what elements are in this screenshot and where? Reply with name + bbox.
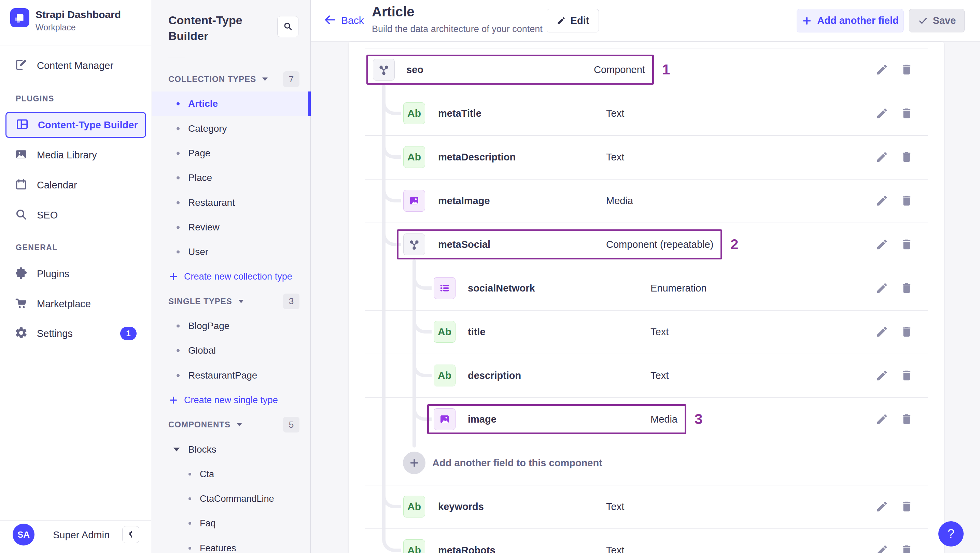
edit-label: Edit — [571, 15, 589, 26]
edit-field-button[interactable] — [875, 499, 889, 514]
user-name: Super Admin — [53, 529, 110, 541]
subnav-item-restaurantpage[interactable]: RestaurantPage — [152, 363, 310, 388]
edit-field-button[interactable] — [875, 106, 889, 121]
field-name: title — [468, 326, 485, 338]
delete-field-button[interactable] — [899, 149, 914, 165]
content-type-builder-sidebar: Content-Type Builder COLLECTION TYPES7Ar… — [152, 0, 311, 553]
edit-field-button[interactable] — [875, 149, 889, 165]
field-name: keywords — [438, 501, 484, 512]
sidebar-item-plugins[interactable]: Plugins — [5, 261, 146, 287]
field-name: metaDescription — [438, 152, 515, 163]
active-indicator — [308, 92, 311, 116]
sidebar-item-media-library[interactable]: Media Library — [5, 142, 146, 168]
bullet-icon — [177, 176, 180, 180]
delete-field-button[interactable] — [899, 368, 914, 383]
enumeration-field-icon — [434, 277, 455, 299]
section-header-label: COMPONENTS — [168, 420, 231, 429]
delete-field-button[interactable] — [899, 62, 914, 77]
subnav-item-features[interactable]: Features — [152, 536, 310, 553]
delete-field-button[interactable] — [899, 281, 914, 296]
edit-field-button[interactable] — [875, 237, 889, 252]
section-header-collection-types[interactable]: COLLECTION TYPES7 — [152, 67, 310, 92]
sidebar-item-content-manager[interactable]: Content Manager — [5, 52, 146, 78]
create-new-collection-type[interactable]: Create new collection type — [152, 264, 310, 289]
add-another-field-button[interactable]: Add another field — [797, 9, 904, 32]
count-badge: 7 — [283, 72, 299, 87]
subnav-item-label: Faq — [200, 518, 216, 529]
subnav-item-restaurant[interactable]: Restaurant — [152, 191, 310, 215]
add-field-to-component-button[interactable] — [403, 451, 425, 474]
field-row-metaimage: metaImageMedia — [348, 179, 944, 222]
add-field-to-component-label: Add another field to this component — [432, 458, 602, 469]
subnav-item-article[interactable]: Article — [152, 92, 310, 116]
edit-field-button[interactable] — [875, 543, 889, 553]
sidebar-item-marketplace[interactable]: Marketplace — [5, 291, 146, 317]
create-label: Create new single type — [184, 395, 278, 405]
field-type: Text — [606, 545, 624, 553]
subnav-item-user[interactable]: User — [152, 240, 310, 264]
general-section-header: GENERAL — [16, 243, 58, 252]
edit-field-button[interactable] — [875, 281, 889, 296]
section-header-components[interactable]: COMPONENTS5 — [152, 412, 310, 437]
page-header: Back Article Build the data architecture… — [311, 0, 980, 41]
subnav-item-global[interactable]: Global — [152, 338, 310, 363]
text-field-icon: Ab — [403, 146, 425, 168]
sidebar-item-calendar[interactable]: Calendar — [5, 172, 146, 198]
subnav-item-review[interactable]: Review — [152, 215, 310, 240]
workspace-name: Workplace — [35, 22, 76, 32]
save-button[interactable]: Save — [909, 9, 965, 32]
subnav-item-label: Restaurant — [188, 197, 235, 208]
plus-icon — [802, 15, 812, 26]
annotation-box-3 — [427, 404, 686, 434]
subnav-item-page[interactable]: Page — [152, 141, 310, 165]
collapse-sidebar-button[interactable] — [122, 526, 139, 543]
media-field-icon — [403, 190, 425, 211]
subnav-item-label: RestaurantPage — [188, 370, 257, 381]
edit-field-button[interactable] — [875, 62, 889, 77]
field-name: socialNetwork — [468, 283, 535, 294]
field-row-description: AbdescriptionText — [348, 354, 944, 397]
delete-field-button[interactable] — [899, 106, 914, 121]
delete-field-button[interactable] — [899, 543, 914, 553]
field-type: Text — [651, 370, 668, 381]
field-name: metaTitle — [438, 108, 482, 119]
subnav-item-label: Article — [188, 98, 218, 109]
component-category-blocks[interactable]: Blocks — [152, 437, 310, 462]
component-category-label: Blocks — [188, 444, 216, 455]
subnav-item-category[interactable]: Category — [152, 116, 310, 141]
delete-field-button[interactable] — [899, 193, 914, 208]
create-new-single-type[interactable]: Create new single type — [152, 388, 310, 412]
count-badge: 3 — [283, 294, 299, 309]
subnav-item-label: Review — [188, 222, 220, 233]
bullet-icon — [177, 127, 180, 130]
divider — [0, 520, 151, 521]
annotation-number-1: 1 — [662, 62, 670, 78]
sidebar-item-seo[interactable]: SEO — [5, 202, 146, 228]
back-button[interactable]: Back — [323, 13, 364, 28]
sidebar-item-label: Content Manager — [37, 60, 113, 72]
delete-field-button[interactable] — [899, 412, 914, 427]
help-button[interactable]: ? — [938, 521, 964, 547]
subnav-item-cta[interactable]: Cta — [152, 462, 310, 486]
sidebar-item-label: Plugins — [37, 268, 69, 280]
subnav-item-faq[interactable]: Faq — [152, 511, 310, 536]
subnav-item-ctacommandline[interactable]: CtaCommandLine — [152, 486, 310, 511]
strapi-logo-icon — [10, 8, 29, 27]
sidebar-item-content-type-builder[interactable]: Content-Type Builder — [5, 112, 146, 138]
chevron-down-icon — [262, 78, 268, 81]
edit-field-button[interactable] — [875, 193, 889, 208]
field-row-socialnetwork: socialNetworkEnumeration — [348, 266, 944, 310]
delete-field-button[interactable] — [899, 499, 914, 514]
field-type: Text — [606, 108, 624, 119]
delete-field-button[interactable] — [899, 324, 914, 339]
bullet-icon — [177, 102, 180, 105]
text-field-icon: Ab — [403, 102, 425, 124]
edit-field-button[interactable] — [875, 412, 889, 427]
section-header-single-types[interactable]: SINGLE TYPES3 — [152, 289, 310, 314]
subnav-item-blogpage[interactable]: BlogPage — [152, 314, 310, 338]
edit-field-button[interactable] — [875, 368, 889, 383]
edit-button[interactable]: Edit — [547, 9, 599, 32]
subnav-item-place[interactable]: Place — [152, 165, 310, 190]
delete-field-button[interactable] — [899, 237, 914, 252]
edit-field-button[interactable] — [875, 324, 889, 339]
